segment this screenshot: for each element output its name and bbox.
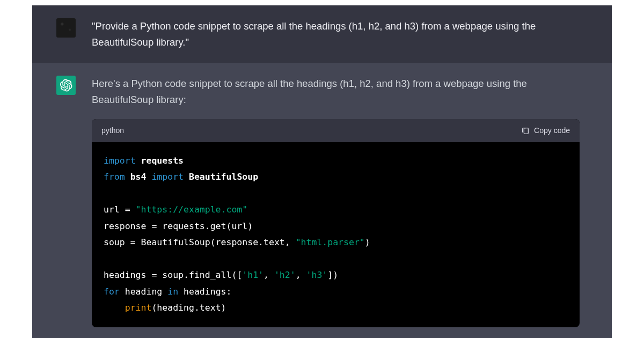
code-body[interactable]: import requests from bs4 import Beautifu…: [92, 142, 580, 327]
code-language-label: python: [101, 124, 124, 136]
copy-code-label: Copy code: [534, 124, 570, 136]
user-message: "Provide a Python code snippet to scrape…: [32, 5, 612, 63]
chat-container: "Provide a Python code snippet to scrape…: [32, 5, 612, 338]
copy-code-button[interactable]: Copy code: [521, 124, 570, 136]
assistant-avatar: [56, 76, 76, 95]
user-avatar: [56, 18, 76, 38]
user-message-text: "Provide a Python code snippet to scrape…: [92, 18, 580, 50]
openai-logo-icon: [60, 79, 72, 92]
code-block: python Copy code import requests from bs…: [92, 119, 580, 327]
code-header: python Copy code: [92, 119, 580, 142]
svg-rect-0: [524, 128, 528, 134]
assistant-intro-text: Here's a Python code snippet to scrape a…: [92, 76, 580, 107]
clipboard-icon: [521, 127, 530, 135]
assistant-message: Here's a Python code snippet to scrape a…: [32, 63, 612, 338]
assistant-message-content: Here's a Python code snippet to scrape a…: [92, 76, 580, 327]
